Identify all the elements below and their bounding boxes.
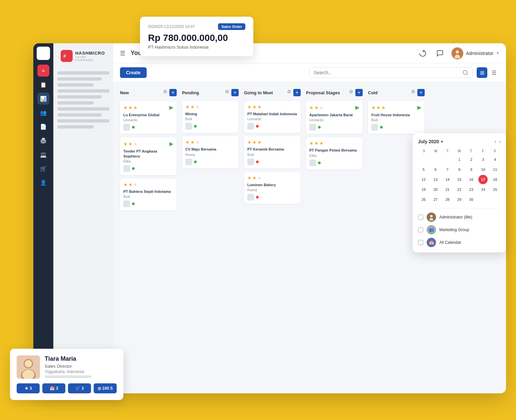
sidebar-icon-crm[interactable]: 📋 <box>37 79 49 91</box>
cal-day-1[interactable]: 1 <box>455 155 464 164</box>
notifications-btn[interactable] <box>417 47 429 59</box>
admin-avatar-btn[interactable]: Administrator ▼ <box>451 47 499 59</box>
cal-day-10[interactable]: 10 <box>478 165 488 174</box>
cal-day-7[interactable]: 7 <box>443 165 452 174</box>
card-matahari[interactable]: ★ ★ ★ PT Matahari Indah Indonesia Leonar… <box>244 101 301 133</box>
col-gear-cold[interactable]: ⚙ <box>411 89 415 96</box>
cal-checkbox-marketing[interactable] <box>418 227 423 232</box>
cal-days: 1 2 3 4 5 6 7 8 9 10 11 12 13 14 15 16 1… <box>418 155 501 204</box>
col-header-new: New ⚙ + <box>120 89 177 96</box>
profile-action-calendar[interactable]: 📅 3 <box>42 383 65 393</box>
col-add-going[interactable]: + <box>293 89 301 96</box>
cal-day-6[interactable]: 6 <box>431 165 440 174</box>
cal-day-16[interactable]: 16 <box>467 175 476 184</box>
card-tender-pt[interactable]: ★ ★ ★ ▶ Tender PT Angkasa Sejahtera Elik… <box>120 137 177 175</box>
card-bahtera[interactable]: ★ ★ ★ PT Bahtera Sejati Indotama Budi <box>120 179 177 210</box>
card-mining[interactable]: ★ ★ ★ Mining Budi <box>182 101 239 133</box>
all-calendar-icon: 📅 <box>429 240 434 245</box>
col-add-cold[interactable]: + <box>417 89 425 96</box>
cal-day-29[interactable]: 29 <box>455 195 464 204</box>
cal-item-all[interactable]: 📅 All Calendar <box>418 238 501 247</box>
cal-day-26[interactable]: 26 <box>419 195 428 204</box>
card-luminen[interactable]: ★ ★ ★ Luminen Bakery Husna <box>244 172 301 204</box>
sidebar-icon-computer[interactable]: 💻 <box>37 149 49 161</box>
star-1: ★ <box>185 104 190 110</box>
search-icon <box>462 70 468 76</box>
calendar-icon: 📅 <box>50 386 55 391</box>
cal-item-marketing[interactable]: 👥 Marketing Group <box>418 225 501 234</box>
profile-action-score[interactable]: ◎ 100 S <box>94 383 117 393</box>
cal-day-28[interactable]: 28 <box>443 195 452 204</box>
cal-day-23[interactable]: 23 <box>467 185 476 194</box>
star-3: ★ <box>257 104 262 110</box>
sidebar-icon-cart[interactable]: 🛒 <box>37 163 49 175</box>
cal-checkbox-all[interactable] <box>418 240 423 245</box>
card-keramik[interactable]: ★ ★ ★ PT Keramik Bersama Budi <box>244 136 301 168</box>
cal-day-3[interactable]: 3 <box>478 155 488 164</box>
col-gear-proposal[interactable]: ⚙ <box>349 89 353 96</box>
cal-grid: S M T W T F S 1 2 3 4 5 6 7 8 9 10 11 12… <box>418 149 501 204</box>
sidebar-icon-docs[interactable]: 📄 <box>37 121 49 133</box>
card-apartemen[interactable]: ★ ★ ★ ▶ Apartemen Jakarta Barat Leonardo <box>306 101 363 134</box>
cal-day-9[interactable]: 9 <box>467 165 476 174</box>
col-add-proposal[interactable]: + <box>355 89 363 96</box>
cal-day-11[interactable]: 11 <box>490 165 500 174</box>
col-add-new[interactable]: + <box>169 89 177 96</box>
profile-action-cart[interactable]: 🛒 3 <box>68 383 91 393</box>
grid-view-btn[interactable]: ⊞ <box>477 67 487 78</box>
sidebar-icon-user[interactable]: 👤 <box>37 177 49 189</box>
col-gear-going[interactable]: ⚙ <box>287 89 291 96</box>
cal-day-18[interactable]: 18 <box>490 175 500 184</box>
group-icon: 👥 <box>429 227 434 232</box>
col-gear-new[interactable]: ⚙ <box>163 89 167 96</box>
cal-day-name-t2: T <box>465 149 477 154</box>
sidebar-icon-print[interactable]: 🖨️ <box>37 135 49 147</box>
cal-day-27[interactable]: 27 <box>431 195 440 204</box>
cal-day-21[interactable]: 21 <box>443 185 452 194</box>
cal-day-22[interactable]: 22 <box>455 185 464 194</box>
cal-day-5[interactable]: 5 <box>419 165 428 174</box>
list-view-btn[interactable]: ☰ <box>489 67 499 78</box>
cal-day-2[interactable]: 2 <box>467 155 476 164</box>
chat-btn[interactable] <box>434 47 446 59</box>
cal-day-4[interactable]: 4 <box>490 155 500 164</box>
col-add-pending[interactable]: + <box>231 89 239 96</box>
cal-day-17-today[interactable]: 17 <box>478 175 488 184</box>
sidebar-icon-pipeline[interactable]: 📊 <box>37 93 49 105</box>
cal-item-admin[interactable]: Administrator (Me) <box>418 212 501 222</box>
cal-day-8[interactable]: 8 <box>455 165 464 174</box>
so-company: PT Hashmicro Solusi Indonesia <box>148 45 245 50</box>
cal-checkbox-admin[interactable] <box>418 214 423 220</box>
card-header: ★ ★ ★ <box>185 104 235 110</box>
card-header: ★ ★ ★ <box>309 141 359 146</box>
cal-day-12[interactable]: 12 <box>419 175 428 184</box>
so-header: SO0029 12/12/2020 14:47 Sales Order <box>148 23 245 30</box>
card-lu-enterprise[interactable]: ★ ★ ★ ▶ Lu Enterprise Global Leonardo <box>120 101 177 134</box>
cal-prev-btn[interactable]: ‹ <box>494 139 496 145</box>
star-3: ★ <box>195 104 200 110</box>
calendar-count: 3 <box>56 386 58 391</box>
cal-day-15[interactable]: 15 <box>455 175 464 184</box>
card-cv-maju[interactable]: ★ ★ ★ CV Maju Bersama Husna <box>182 136 239 168</box>
cal-day-13[interactable]: 13 <box>431 175 440 184</box>
cal-day-24[interactable]: 24 <box>478 185 488 194</box>
cal-day-14[interactable]: 14 <box>443 175 452 184</box>
card-footer <box>309 160 359 166</box>
nav-bar-7 <box>57 107 109 111</box>
cal-next-btn[interactable]: › <box>499 139 501 145</box>
card-fruit-house[interactable]: ★ ★ ★ ▶ Fruit House Indonesia Budi <box>368 101 425 134</box>
create-button[interactable]: Create <box>120 67 147 78</box>
sidebar-icon-contacts[interactable]: 👥 <box>37 107 49 119</box>
star-3: ★ <box>319 105 324 110</box>
cal-day-25[interactable]: 25 <box>490 185 500 194</box>
card-pangan[interactable]: ★ ★ ★ PT Pangan Petani Bersama Elika <box>306 137 363 169</box>
col-gear-pending[interactable]: ⚙ <box>225 89 229 96</box>
cal-day-30[interactable]: 30 <box>467 195 476 204</box>
profile-action-stars[interactable]: ★ 3 <box>17 383 40 393</box>
hamburger-menu[interactable]: ☰ <box>120 50 125 57</box>
nav-bar-8 <box>57 113 102 117</box>
sidebar-icon-highlight[interactable]: » <box>37 65 49 77</box>
cal-day-19[interactable]: 19 <box>419 185 428 194</box>
search-input[interactable] <box>314 70 462 75</box>
cal-day-20[interactable]: 20 <box>431 185 440 194</box>
